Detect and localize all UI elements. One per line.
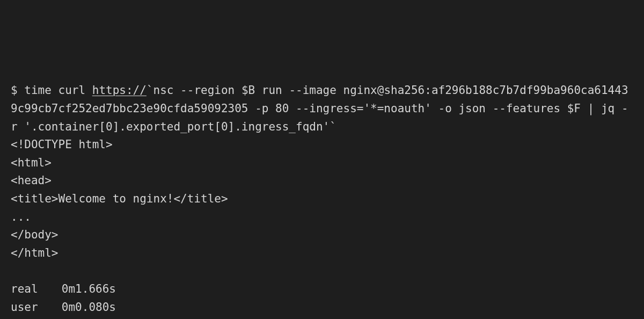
timing-sys: sys 0m0.037s [11,316,633,319]
command-line: $ time curl https://`nsc --region $B run… [11,82,633,136]
output-line: </html> [11,244,633,263]
timing-label: user [11,299,48,317]
timing-user: user 0m0.080s [11,299,633,317]
timing-value: 0m1.666s [62,280,116,299]
output-line: <!DOCTYPE html> [11,136,633,154]
blank-line [11,262,633,280]
output-line: <html> [11,154,633,172]
timing-value: 0m0.037s [62,316,116,319]
output-line: </body> [11,226,633,244]
shell-prompt: $ [11,84,24,97]
command-text-pre: time curl [24,84,92,97]
timing-label: sys [11,316,48,319]
timing-value: 0m0.080s [62,299,116,317]
terminal-output: $ time curl https://`nsc --region $B run… [11,82,633,319]
output-line: <head> [11,172,633,190]
timing-label: real [11,280,48,299]
output-line: ... [11,208,633,227]
command-text-url: https:// [92,84,147,97]
timing-real: real 0m1.666s [11,280,633,299]
output-line: <title>Welcome to nginx!</title> [11,190,633,208]
